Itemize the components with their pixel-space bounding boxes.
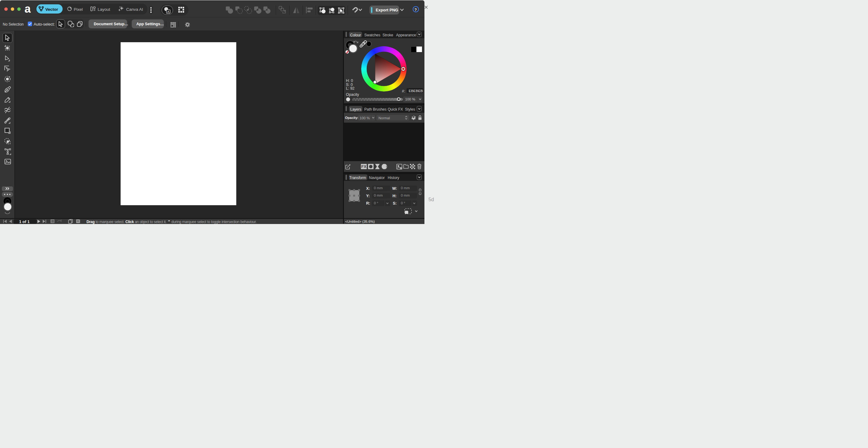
svg-text:A: A [167,10,169,13]
svg-text:FX: FX [361,164,367,169]
